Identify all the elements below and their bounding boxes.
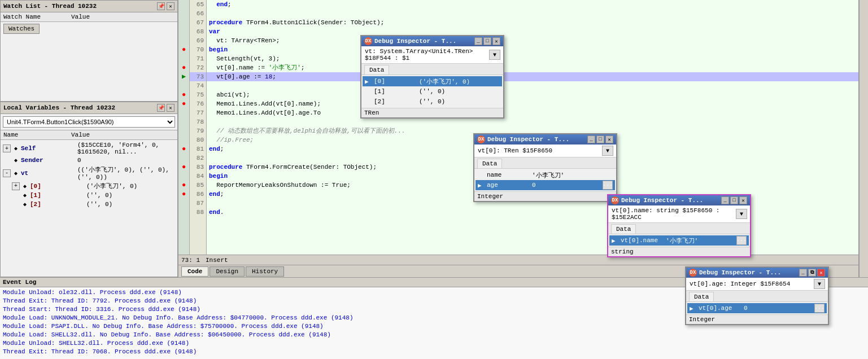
di4-tabs: Data bbox=[686, 291, 828, 302]
di4-close[interactable]: ✕ bbox=[817, 269, 825, 277]
list-item[interactable]: ◆ [1] ('', 0) bbox=[1, 191, 177, 200]
di3-maximize[interactable]: □ bbox=[730, 196, 738, 204]
expand-vt[interactable]: - bbox=[3, 169, 11, 177]
di3-titlebar[interactable]: DX Debug Inspector - T... _ □ ✕ bbox=[608, 195, 750, 205]
log-entry: Thread Exit: Thread ID: 7068. Process dd… bbox=[3, 348, 865, 356]
di1-row-0[interactable]: ▶ [0] ('小李飞刀', 0) bbox=[363, 76, 502, 86]
list-item[interactable]: ◆ [2] ('', 0) bbox=[1, 200, 177, 209]
watches-tab[interactable]: Watches bbox=[3, 24, 40, 34]
di4-row-age[interactable]: ▶ vt[0].age 0 ··· bbox=[687, 303, 827, 313]
list-item[interactable]: + ◆ [0] ('小李飞刀', 0) bbox=[1, 181, 177, 191]
var-icon: ◆ bbox=[12, 145, 20, 152]
di2-tab-data[interactable]: Data bbox=[477, 159, 502, 168]
di1-minimize[interactable]: _ bbox=[474, 37, 482, 45]
di2-expression: vt[0]: TRen $15F8650 ▼ bbox=[474, 145, 616, 157]
di2-icon: DX bbox=[477, 135, 485, 143]
code-line: procedure TForm4.Button1Click(Sender: TO… bbox=[207, 18, 858, 27]
di1-row-1[interactable]: [1] ('', 0) bbox=[363, 86, 502, 97]
debug-inspector-3[interactable]: DX Debug Inspector - T... _ □ ✕ vt[0].na… bbox=[607, 194, 751, 257]
di4-more-btn[interactable]: ··· bbox=[814, 304, 825, 313]
log-entry: Module Unload: SHELL32.dll. Process ddd.… bbox=[3, 339, 865, 348]
di1-row-2[interactable]: [2] ('', 0) bbox=[363, 97, 502, 107]
di4-footer: Integer bbox=[686, 314, 828, 324]
list-item[interactable]: ◆ Sender 0 bbox=[1, 156, 177, 165]
tab-code[interactable]: Code bbox=[181, 266, 208, 277]
debug-inspector-2[interactable]: DX Debug Inspector - T... _ □ ✕ vt[0]: T… bbox=[473, 133, 617, 202]
di4-expand-btn[interactable]: ▼ bbox=[814, 279, 825, 289]
di2-minimize[interactable]: _ bbox=[587, 135, 595, 143]
tab-history[interactable]: History bbox=[246, 266, 284, 277]
di4-titlebar[interactable]: DX Debug Inspector - T... _ ⧉ ✕ bbox=[686, 268, 828, 278]
locals-col-name: Name bbox=[3, 132, 71, 138]
locals-pin-btn[interactable]: 📌 bbox=[157, 104, 165, 112]
watch-panel: Watch List - Thread 10232 📌 ✕ Watch Name… bbox=[0, 0, 178, 102]
di1-expression: vt: System.TArray<Unit4.TRen> $18F544 : … bbox=[361, 46, 503, 64]
di2-close[interactable]: ✕ bbox=[605, 135, 613, 143]
di3-more-btn[interactable]: ··· bbox=[736, 236, 747, 245]
di3-minimize[interactable]: _ bbox=[721, 196, 729, 204]
di4-restore[interactable]: ⧉ bbox=[808, 269, 816, 277]
code-content[interactable]: end; procedure TForm4.Button1Click(Sende… bbox=[207, 0, 858, 255]
tab-design[interactable]: Design bbox=[210, 266, 245, 277]
watch-panel-title: Watch List - Thread 10232 bbox=[3, 3, 97, 10]
line-marker-gutter: ● ● ▶ ● ● ● ● ● ● bbox=[178, 0, 190, 255]
code-line: abc1(vt); bbox=[207, 90, 858, 99]
di3-expand-btn[interactable]: ▼ bbox=[736, 209, 747, 219]
di3-row-name[interactable]: ▶ vt[0].name '小李飞刀' ··· bbox=[609, 235, 749, 246]
list-item[interactable]: - ◆ vt (('小李飞刀', 0), ('', 0), ('', 0)) bbox=[1, 165, 177, 181]
di1-footer: TRen bbox=[361, 108, 503, 117]
di2-footer: Integer bbox=[474, 191, 616, 201]
watch-col-headers: Watch Name Value bbox=[1, 12, 177, 22]
code-line: SetLength(vt, 3); bbox=[207, 54, 858, 63]
di4-expression: vt[0].age: Integer $15F8654 ▼ bbox=[686, 278, 828, 291]
locals-panel: Local Variables - Thread 10232 📌 ✕ Unit4… bbox=[0, 102, 178, 277]
list-item[interactable]: + ◆ Self ($15CCE10, 'Form4', 0, $1615620… bbox=[1, 141, 177, 156]
di2-maximize[interactable]: □ bbox=[596, 135, 604, 143]
di1-tab-data[interactable]: Data bbox=[364, 65, 389, 75]
di1-icon: DX bbox=[364, 37, 372, 45]
di4-content: ▶ vt[0].age 0 ··· bbox=[686, 302, 828, 314]
di1-titlebar[interactable]: DX Debug Inspector - T... _ □ ✕ bbox=[361, 36, 503, 46]
locals-panel-title: Local Variables - Thread 10232 bbox=[3, 104, 115, 111]
code-status-bar: 73: 1 Insert bbox=[178, 255, 858, 265]
log-entry: Module Load: SHELL32.dll. No Debug Info.… bbox=[3, 331, 865, 339]
di3-content: ▶ vt[0].name '小李飞刀' ··· bbox=[608, 234, 750, 247]
di2-titlebar[interactable]: DX Debug Inspector - T... _ □ ✕ bbox=[474, 134, 616, 145]
di3-tab-data[interactable]: Data bbox=[611, 224, 636, 234]
watch-close-btn[interactable]: ✕ bbox=[167, 2, 175, 10]
code-line: end. bbox=[207, 208, 858, 217]
di1-close[interactable]: ✕ bbox=[492, 37, 500, 45]
di4-title: Debug Inspector - T... bbox=[699, 269, 781, 276]
debug-inspector-4[interactable]: DX Debug Inspector - T... _ ⧉ ✕ vt[0].ag… bbox=[685, 266, 829, 325]
di4-icon: DX bbox=[689, 269, 697, 277]
di3-close[interactable]: ✕ bbox=[739, 196, 747, 204]
edit-mode: Insert bbox=[206, 257, 228, 264]
di3-footer: string bbox=[608, 247, 750, 256]
watch-col-value: Value bbox=[71, 14, 175, 20]
di2-more-btn[interactable]: ··· bbox=[603, 181, 613, 190]
di2-row-age[interactable]: ▶ age 0 ··· bbox=[476, 180, 615, 190]
expand-vt0[interactable]: + bbox=[12, 182, 20, 190]
di1-tabs: Data bbox=[361, 64, 503, 75]
locals-close-btn[interactable]: ✕ bbox=[167, 104, 175, 112]
di1-maximize[interactable]: □ bbox=[483, 37, 491, 45]
di1-content: ▶ [0] ('小李飞刀', 0) [1] ('', 0) [2] ('', 0… bbox=[361, 75, 503, 108]
di1-expand-btn[interactable]: ▼ bbox=[489, 50, 500, 60]
di4-minimize[interactable]: _ bbox=[799, 269, 807, 277]
locals-scope-dropdown[interactable]: Unit4.TForm4.Button1Click($1590A90) bbox=[3, 116, 175, 128]
di2-content: name '小李飞刀' ▶ age 0 ··· bbox=[474, 169, 616, 191]
di4-tab-data[interactable]: Data bbox=[689, 292, 714, 301]
watches-tab-area: Watches bbox=[1, 22, 177, 36]
right-scrollbar[interactable] bbox=[859, 0, 868, 277]
expand-self[interactable]: + bbox=[3, 145, 11, 152]
code-line: begin bbox=[207, 45, 858, 54]
di1-title: Debug Inspector - T... bbox=[374, 38, 456, 45]
di2-row-name[interactable]: name '小李飞刀' bbox=[476, 170, 615, 180]
di2-expand-btn[interactable]: ▼ bbox=[602, 146, 613, 156]
code-line: vt[0].name := '小李飞刀'; bbox=[207, 63, 858, 72]
watch-pin-btn[interactable]: 📌 bbox=[157, 2, 165, 10]
debug-inspector-1[interactable]: DX Debug Inspector - T... _ □ ✕ vt: Syst… bbox=[360, 35, 504, 119]
locals-col-headers: Name Value bbox=[1, 130, 177, 140]
code-line: var bbox=[207, 27, 858, 36]
event-log-title: Event Log bbox=[3, 279, 36, 286]
